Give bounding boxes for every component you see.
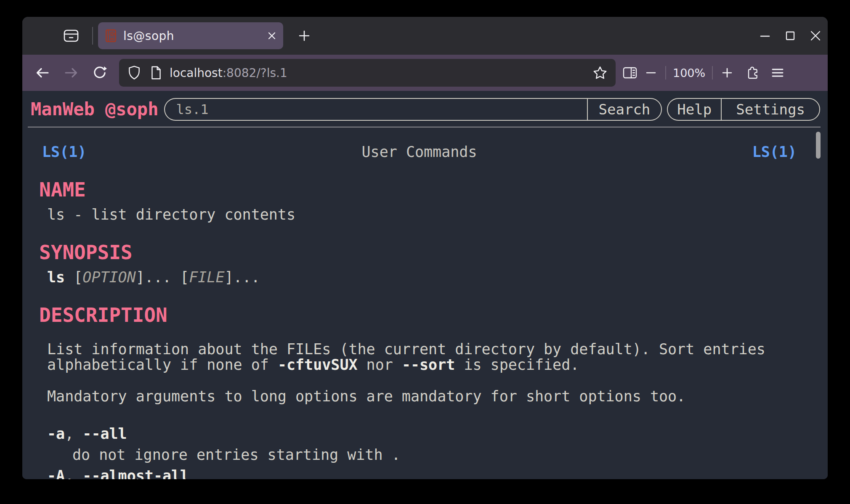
url-host: localhost bbox=[170, 66, 223, 80]
toolbar-divider bbox=[712, 66, 713, 80]
browser-window: ls@soph bbox=[22, 17, 828, 479]
search-group: Search bbox=[164, 98, 662, 121]
manweb-header: ManWeb @soph Search Help Settings bbox=[31, 98, 820, 121]
reload-icon[interactable] bbox=[91, 64, 108, 81]
man-page: LS(1) User Commands LS(1) NAME ls - list… bbox=[39, 144, 798, 479]
page-info-icon[interactable] bbox=[150, 66, 162, 80]
menu-hamburger-icon[interactable] bbox=[769, 64, 786, 81]
back-icon[interactable] bbox=[34, 64, 51, 81]
manpage-book-icon bbox=[105, 29, 117, 42]
help-settings-group: Help Settings bbox=[667, 98, 820, 121]
sidebar-icon[interactable] bbox=[622, 64, 638, 81]
option-flags: -a, --all bbox=[47, 426, 798, 442]
option-flags: -A, --almost-all bbox=[47, 468, 798, 479]
forward-icon[interactable] bbox=[63, 64, 80, 81]
man-ref-right: LS(1) bbox=[752, 144, 797, 160]
window-maximize-icon[interactable] bbox=[785, 30, 796, 41]
shield-icon[interactable] bbox=[128, 65, 141, 80]
section-heading-name: NAME bbox=[39, 179, 798, 200]
zoom-level[interactable]: 100% bbox=[672, 66, 706, 80]
header-divider bbox=[28, 127, 821, 127]
tab-ls-soph[interactable]: ls@soph bbox=[98, 22, 283, 49]
search-input[interactable] bbox=[164, 98, 587, 121]
tab-title: ls@soph bbox=[123, 29, 267, 43]
search-button[interactable]: Search bbox=[587, 98, 662, 121]
site-brand: ManWeb @soph bbox=[31, 98, 158, 121]
extensions-puzzle-icon[interactable] bbox=[745, 64, 762, 81]
tab-separator bbox=[92, 27, 93, 45]
new-tab-button[interactable] bbox=[294, 26, 314, 46]
name-body: ls - list directory contents bbox=[47, 207, 798, 223]
firefox-view-icon[interactable] bbox=[61, 26, 81, 46]
man-ref-left: LS(1) bbox=[42, 144, 86, 160]
toolbar-right-cluster: 100% bbox=[622, 64, 786, 81]
section-heading-synopsis: SYNOPSIS bbox=[39, 242, 798, 263]
url-text: localhost:8082/?ls.1 bbox=[170, 66, 593, 80]
window-minimize-icon[interactable] bbox=[760, 30, 770, 41]
description-paragraph-2: Mandatory arguments to long options are … bbox=[47, 389, 798, 404]
tab-bar: ls@soph bbox=[22, 17, 828, 55]
help-button[interactable]: Help bbox=[667, 98, 721, 121]
description-paragraph-1: List information about the FILEs (the cu… bbox=[47, 342, 798, 373]
tab-close-icon[interactable] bbox=[267, 31, 276, 40]
man-title-line: LS(1) User Commands LS(1) bbox=[42, 144, 797, 160]
scrollbar-thumb[interactable] bbox=[816, 132, 821, 159]
url-bar[interactable]: localhost:8082/?ls.1 bbox=[119, 59, 616, 87]
settings-button[interactable]: Settings bbox=[721, 98, 820, 121]
zoom-out-icon[interactable] bbox=[643, 64, 659, 81]
toolbar-divider bbox=[665, 66, 666, 80]
synopsis-body: ls [OPTION]... [FILE]... bbox=[47, 270, 798, 285]
man-section-title: User Commands bbox=[362, 144, 477, 160]
option-description: do not ignore entries starting with . bbox=[72, 447, 798, 463]
page-content: ManWeb @soph Search Help Settings LS(1) … bbox=[22, 91, 828, 479]
url-path: :8082/?ls.1 bbox=[223, 66, 287, 80]
bookmark-star-icon[interactable] bbox=[593, 66, 607, 80]
section-heading-description: DESCRIPTION bbox=[39, 305, 798, 326]
zoom-in-icon[interactable] bbox=[719, 64, 736, 81]
navigation-toolbar: localhost:8082/?ls.1 10 bbox=[22, 55, 828, 91]
window-close-icon[interactable] bbox=[810, 30, 821, 41]
window-controls bbox=[760, 30, 821, 41]
